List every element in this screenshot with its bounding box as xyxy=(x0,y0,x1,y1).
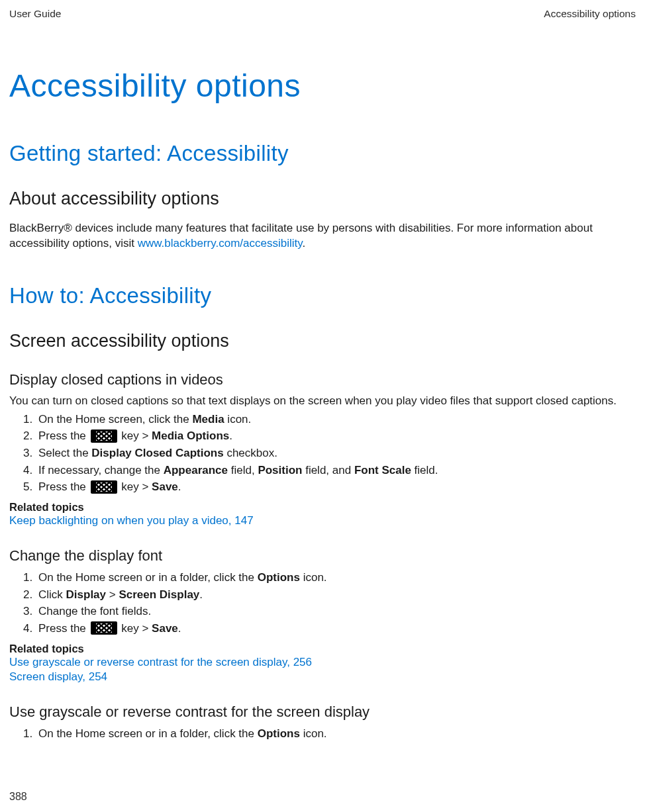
list-item: Change the font fields. xyxy=(36,604,636,620)
change-font-steps: On the Home screen or in a folder, click… xyxy=(9,570,636,637)
list-item: If necessary, change the Appearance fiel… xyxy=(36,463,636,479)
list-item: Press the key > Save. xyxy=(36,621,636,637)
blackberry-key-icon xyxy=(91,480,117,494)
list-item: Click Display > Screen Display. xyxy=(36,587,636,604)
page-number: 388 xyxy=(9,791,27,803)
page-title: Accessibility options xyxy=(9,68,636,104)
about-accessibility-paragraph: BlackBerry® devices include many feature… xyxy=(9,221,636,251)
closed-captions-steps: On the Home screen, click the Media icon… xyxy=(9,412,636,496)
about-text-post: . xyxy=(302,237,305,249)
topic-change-font: Change the display font xyxy=(9,547,636,564)
list-item: On the Home screen, click the Media icon… xyxy=(36,412,636,428)
list-item: Select the Display Closed Captions check… xyxy=(36,445,636,462)
topic-grayscale-contrast: Use grayscale or reverse contrast for th… xyxy=(9,703,636,721)
subsection-screen-accessibility: Screen accessibility options xyxy=(9,331,636,351)
grayscale-steps: On the Home screen or in a folder, click… xyxy=(9,726,636,743)
list-item: Press the key > Save. xyxy=(36,479,636,496)
list-item: Press the key > Media Options. xyxy=(36,428,636,445)
page-header: User Guide Accessibility options xyxy=(9,8,636,20)
blackberry-key-icon xyxy=(91,621,117,635)
related-topics-heading: Related topics xyxy=(9,501,636,514)
section-getting-started: Getting started: Accessibility xyxy=(9,141,636,166)
topic-closed-captions: Display closed captions in videos xyxy=(9,371,636,388)
accessibility-link[interactable]: www.blackberry.com/accessibility xyxy=(138,237,303,249)
closed-captions-intro: You can turn on closed captions so that … xyxy=(9,394,636,409)
related-link-backlighting[interactable]: Keep backlighting on when you play a vid… xyxy=(9,514,636,529)
header-left: User Guide xyxy=(9,8,61,20)
header-right: Accessibility options xyxy=(544,8,636,20)
blackberry-key-icon xyxy=(91,429,117,443)
section-how-to: How to: Accessibility xyxy=(9,283,636,308)
list-item: On the Home screen or in a folder, click… xyxy=(36,570,636,586)
related-topics-heading: Related topics xyxy=(9,643,636,655)
subsection-about-accessibility: About accessibility options xyxy=(9,189,636,209)
related-link-grayscale[interactable]: Use grayscale or reverse contrast for th… xyxy=(9,655,636,670)
list-item: On the Home screen or in a folder, click… xyxy=(36,726,636,743)
related-link-screen-display[interactable]: Screen display, 254 xyxy=(9,670,636,685)
